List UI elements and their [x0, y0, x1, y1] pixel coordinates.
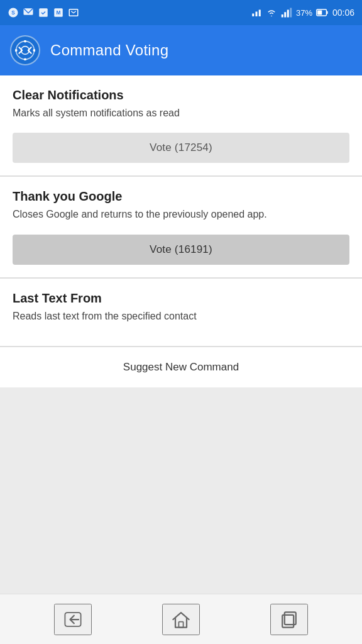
- notification-icon-3: [38, 7, 49, 18]
- nav-bar: [0, 594, 362, 644]
- vote-button-2[interactable]: Vote (16191): [13, 235, 349, 265]
- app-bar: Command Voting: [0, 25, 362, 75]
- app-title: Command Voting: [50, 42, 168, 59]
- svg-rect-10: [282, 14, 283, 18]
- svg-rect-16: [317, 10, 322, 14]
- svg-rect-9: [259, 10, 261, 17]
- command-card-thank-you-google: Thank you Google Closes Google and retur…: [0, 177, 362, 277]
- status-bar: S M: [0, 0, 362, 25]
- suggest-label[interactable]: Suggest New Command: [123, 361, 239, 373]
- svg-point-19: [24, 40, 26, 43]
- svg-rect-12: [287, 10, 289, 18]
- command-title-2: Thank you Google: [13, 189, 349, 204]
- signal-icon: [251, 7, 262, 18]
- svg-rect-11: [284, 12, 286, 17]
- suggest-bar[interactable]: Suggest New Command: [0, 347, 362, 387]
- command-card-last-text-from: Last Text From Reads last text from the …: [0, 279, 362, 346]
- status-icons-left: S M: [8, 7, 79, 18]
- main-content: Clear Notifications Marks all system not…: [0, 75, 362, 594]
- back-icon: [62, 608, 84, 631]
- svg-point-17: [16, 42, 35, 60]
- svg-point-22: [33, 49, 35, 52]
- notification-icon-5: [68, 7, 79, 18]
- svg-point-21: [15, 49, 18, 52]
- svg-rect-8: [255, 12, 257, 17]
- wifi-icon: [266, 7, 277, 18]
- notification-icon-4: M: [53, 7, 64, 18]
- recents-button[interactable]: [270, 604, 308, 635]
- svg-rect-3: [39, 8, 48, 17]
- battery-text: 37%: [296, 8, 312, 18]
- home-icon: [170, 608, 192, 631]
- command-desc-1: Marks all system notifications as read: [13, 106, 349, 120]
- notification-icon-1: S: [8, 7, 19, 18]
- svg-rect-15: [326, 11, 327, 14]
- recents-icon: [278, 608, 300, 631]
- home-button[interactable]: [162, 604, 200, 635]
- signal-bars-icon: [281, 7, 292, 18]
- battery-icon: [316, 7, 329, 18]
- svg-rect-7: [252, 14, 254, 17]
- notification-icon-2: [23, 7, 34, 18]
- svg-rect-13: [290, 8, 292, 18]
- back-button[interactable]: [54, 604, 92, 635]
- command-title-1: Clear Notifications: [13, 88, 349, 103]
- svg-text:M: M: [57, 10, 61, 16]
- command-desc-2: Closes Google and returns to the previou…: [13, 208, 349, 221]
- svg-point-20: [24, 58, 26, 60]
- vote-button-1[interactable]: Vote (17254): [13, 133, 349, 163]
- app-logo: [10, 35, 40, 65]
- svg-rect-23: [178, 621, 183, 627]
- status-icons-right: 37% 00:06: [251, 7, 354, 18]
- command-card-clear-notifications: Clear Notifications Marks all system not…: [0, 75, 362, 176]
- logo-icon: [15, 40, 35, 60]
- svg-rect-6: [69, 9, 78, 16]
- svg-text:S: S: [11, 10, 15, 16]
- command-desc-3: Reads last text from the specified conta…: [13, 309, 349, 323]
- command-title-3: Last Text From: [13, 291, 349, 306]
- time-display: 00:06: [332, 8, 354, 18]
